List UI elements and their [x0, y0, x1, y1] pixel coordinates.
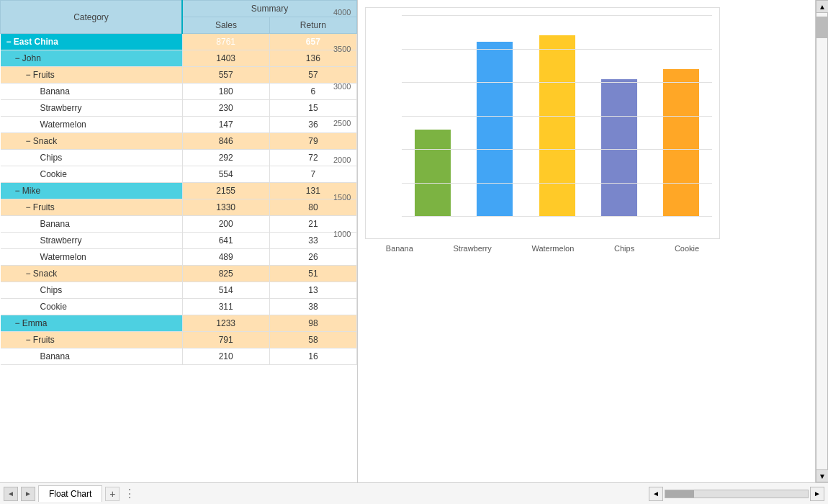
row-label: Chips	[1, 282, 183, 299]
table-row: Watermelon48926	[1, 249, 357, 266]
chart-panel: 4000350030002500200015001000 BananaStraw…	[358, 0, 828, 482]
row-label: − Mike	[1, 183, 183, 199]
row-label: Strawberry	[1, 100, 183, 117]
row-sales: 1330	[182, 199, 269, 216]
x-axis: BananaStrawberryWatermelonChipsCookie	[366, 244, 719, 253]
row-label: − Snack	[1, 266, 183, 282]
row-label: Watermelon	[1, 117, 183, 133]
tab-next-button[interactable]: ►	[21, 487, 35, 501]
scroll-down-button[interactable]: ▼	[816, 469, 828, 482]
table-row: Banana21016	[1, 348, 357, 365]
row-sales: 1233	[182, 315, 269, 332]
table-row: − Fruits55757	[1, 67, 357, 84]
table-row: − John1403136	[1, 50, 357, 67]
x-axis-label: Cookie	[675, 244, 699, 253]
table-row: − Mike2155131	[1, 183, 357, 199]
add-tab-button[interactable]: +	[105, 487, 120, 501]
bar-group	[588, 15, 650, 217]
row-label: − Emma	[1, 315, 183, 332]
row-sales: 292	[182, 150, 269, 166]
chart-bar[interactable]	[601, 79, 637, 217]
row-label: Cookie	[1, 299, 183, 315]
row-label: Banana	[1, 84, 183, 100]
category-header: Category	[1, 1, 183, 34]
chart-bar[interactable]	[663, 69, 699, 217]
bar-group	[650, 15, 712, 217]
row-return: 51	[269, 266, 356, 282]
vertical-scrollbar: ▲ ▼	[815, 0, 828, 482]
row-label: Banana	[1, 348, 183, 365]
content-area: Category Summary Sales Return − East Chi…	[0, 0, 828, 482]
table-row: − Snack82551	[1, 266, 357, 282]
vscroll-track[interactable]	[816, 13, 828, 469]
chart-bar[interactable]	[477, 42, 513, 217]
table-row: Strawberry23015	[1, 100, 357, 117]
y-axis-label: 1000	[333, 230, 351, 238]
bar-group	[402, 15, 464, 217]
vscroll-thumb[interactable]	[816, 17, 827, 38]
chart-bar[interactable]	[539, 35, 575, 217]
table-row: Banana1806	[1, 84, 357, 100]
main-container: Category Summary Sales Return − East Chi…	[0, 0, 828, 504]
tab-bar: ◄ ► Float Chart + ⋮ ◄ ►	[0, 482, 828, 504]
row-sales: 311	[182, 299, 269, 315]
scroll-up-button[interactable]: ▲	[816, 0, 828, 13]
table-row: − East China8761657	[1, 34, 357, 50]
row-label: Strawberry	[1, 233, 183, 249]
row-sales: 1403	[182, 50, 269, 67]
x-axis-label: Chips	[614, 244, 634, 253]
hscroll-right-button[interactable]: ►	[810, 487, 824, 501]
table-row: − Emma123398	[1, 315, 357, 332]
y-axis-label: 1500	[333, 193, 351, 202]
row-sales: 514	[182, 282, 269, 299]
row-sales: 147	[182, 117, 269, 133]
row-return: 58	[269, 332, 356, 348]
y-axis-label: 2000	[333, 156, 351, 164]
table-row: Banana20021	[1, 216, 357, 233]
table-row: − Fruits133080	[1, 199, 357, 216]
row-label: Cookie	[1, 166, 183, 183]
y-axis-label: 3500	[333, 45, 351, 53]
hscroll-left-button[interactable]: ◄	[649, 487, 663, 501]
row-sales: 210	[182, 348, 269, 365]
row-sales: 200	[182, 216, 269, 233]
row-label: Watermelon	[1, 249, 183, 266]
row-label: Chips	[1, 150, 183, 166]
row-sales: 825	[182, 266, 269, 282]
table-row: Chips51413	[1, 282, 357, 299]
table-row: Cookie31138	[1, 299, 357, 315]
chart-container: 4000350030002500200015001000 BananaStraw…	[365, 7, 720, 239]
bar-group	[464, 15, 526, 217]
row-label: Banana	[1, 216, 183, 233]
hscroll-thumb[interactable]	[665, 490, 694, 498]
more-options-button[interactable]: ⋮	[122, 483, 137, 505]
sales-header: Sales	[182, 17, 269, 34]
y-axis-label: 2500	[333, 119, 351, 127]
chart-inner	[402, 15, 712, 217]
row-sales: 489	[182, 249, 269, 266]
table-row: Strawberry64133	[1, 233, 357, 249]
y-axis-label: 3000	[333, 82, 351, 91]
row-sales: 554	[182, 166, 269, 183]
table-row: Watermelon14736	[1, 117, 357, 133]
row-label: − Snack	[1, 133, 183, 150]
row-label: − John	[1, 50, 183, 67]
row-sales: 180	[182, 84, 269, 100]
chart-bar[interactable]	[415, 130, 451, 217]
horizontal-scroll-area: ◄ ►	[649, 487, 824, 501]
y-axis-label: 4000	[333, 8, 351, 17]
float-chart-tab[interactable]: Float Chart	[38, 485, 102, 502]
hscroll-track[interactable]	[665, 490, 809, 498]
row-label: − Fruits	[1, 199, 183, 216]
row-sales: 8761	[182, 34, 269, 50]
row-sales: 2155	[182, 183, 269, 199]
tab-prev-button[interactable]: ◄	[4, 487, 18, 501]
row-sales: 791	[182, 332, 269, 348]
table-row: − Snack84679	[1, 133, 357, 150]
row-return: 16	[269, 348, 356, 365]
row-label: − East China	[1, 34, 183, 50]
row-sales: 846	[182, 133, 269, 150]
pivot-table: Category Summary Sales Return − East Chi…	[0, 0, 357, 365]
x-axis-label: Banana	[386, 244, 413, 253]
table-row: Cookie5547	[1, 166, 357, 183]
